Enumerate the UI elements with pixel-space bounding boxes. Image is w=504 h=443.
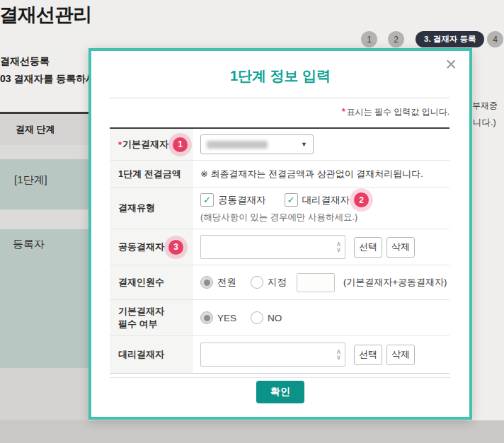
bg-row-step1: [1단계] [14, 173, 47, 187]
absence-legend-label: 부재중 [472, 100, 498, 112]
row-required-yn: 기본결재자 필수 여부 YES NO [110, 300, 449, 336]
spinner-icons[interactable]: ∧∨ [336, 349, 341, 360]
count-all-label: 전원 [217, 276, 236, 289]
amount-label: 1단계 전결금액 [110, 161, 193, 187]
count-custom-label: 지정 [268, 276, 287, 289]
row-approval-type: 결재유형 ✓ 공동결재자 ✓ 대리결재자 2 (해당사항이 있는 경우에만 사용… [110, 188, 449, 229]
guide-badge-1: 1 [173, 137, 188, 152]
step1-info-modal: × 1단계 정보 입력 *표시는 필수 입력값 입니다. * 기본결재자 1 ▼ [88, 48, 472, 420]
confirm-button[interactable]: 확인 [256, 381, 304, 403]
approval-type-label: 결재유형 [110, 188, 193, 229]
required-no-label: NO [268, 313, 282, 323]
check-icon: ✓ [287, 195, 295, 205]
required-yes-label: YES [217, 313, 236, 323]
count-all-radio[interactable] [200, 276, 213, 289]
row-proxy-approver: 대리결재자 ∧∨ 선택 삭제 [110, 336, 449, 374]
modal-form-table: * 기본결재자 1 ▼ 1단계 전결금액 ※ 최종결재자는 전결금액과 상관없이… [110, 127, 449, 374]
proxy-approver-checkbox-label: 대리결재자 [302, 194, 350, 207]
required-no-radio[interactable] [251, 311, 263, 324]
page: 결재선관리 1 2 3. 결재자 등록 4 결재선등록 03 결재자를 등록하세… [0, 0, 504, 443]
page-bottom-area [0, 420, 504, 443]
proxy-approver-label: 대리결재자 [110, 336, 193, 373]
caret-down-icon: ▼ [301, 141, 307, 148]
guide-badge-2: 2 [354, 192, 369, 207]
bg-table-left: 결재 단계 [1단계] 등록자 [0, 0, 88, 443]
basic-approver-label: 기본결재자 [122, 138, 168, 151]
required-yn-label-line1: 기본결재자 [118, 306, 164, 316]
bg-table-right [472, 0, 504, 443]
row-approver-count: 결재인원수 전원 지정 (기본결재자+공동결재자) [110, 265, 449, 300]
basic-approver-select[interactable]: ▼ [200, 134, 314, 154]
co-approver-checkbox-label: 공동결재자 [218, 194, 266, 207]
count-custom-radio[interactable] [251, 276, 263, 289]
approver-count-label: 결재인원수 [110, 265, 193, 299]
required-yes-radio[interactable] [200, 311, 213, 324]
co-approver-input[interactable] [200, 235, 345, 259]
footer-divider [110, 377, 451, 378]
row-amount: 1단계 전결금액 ※ 최종결재자는 전결금액과 상관없이 결재처리됩니다. [110, 161, 449, 188]
row-co-approver: 공동결재자 3 ∧∨ 선택 삭제 [110, 229, 449, 265]
proxy-delete-button[interactable]: 삭제 [386, 345, 415, 365]
amount-note: ※ 최종결재자는 전결금액과 상관없이 결재처리됩니다. [200, 168, 423, 180]
required-note: *표시는 필수 입력값 입니다. [110, 106, 449, 118]
co-approver-checkbox[interactable]: ✓ [200, 193, 214, 207]
co-approver-label: 공동결재자 [118, 241, 164, 253]
co-approver-delete-button[interactable]: 삭제 [386, 237, 415, 258]
row-basic-approver: * 기본결재자 1 ▼ [110, 129, 449, 161]
bg-note-fragment: 니다.) [473, 117, 496, 129]
approval-type-hint: (해당사항이 있는 경우에만 사용하세요.) [200, 212, 357, 224]
required-star: * [342, 107, 345, 117]
bg-table-header: 결재 단계 [16, 123, 55, 136]
spinner-down-icon: ∨ [336, 247, 341, 253]
spinner-icons[interactable]: ∧∨ [336, 241, 341, 253]
proxy-select-button[interactable]: 선택 [354, 345, 382, 365]
bg-row-registrant: 등록자 [13, 238, 45, 251]
modal-title: 1단계 정보 입력 [91, 67, 469, 86]
step-1[interactable]: 1 [361, 31, 377, 47]
co-approver-select-button[interactable]: 선택 [354, 237, 382, 258]
step-2[interactable]: 2 [388, 31, 404, 47]
count-hint: (기본결재자+공동결재자) [343, 276, 447, 289]
guide-badge-3: 3 [168, 240, 183, 255]
spinner-down-icon: ∨ [336, 355, 341, 360]
title-divider [110, 98, 449, 98]
proxy-approver-checkbox[interactable]: ✓ [285, 193, 298, 207]
count-input[interactable] [297, 273, 335, 292]
redacted-value [207, 141, 268, 149]
required-yn-label-line2: 필수 여부 [118, 318, 158, 329]
proxy-approver-input[interactable] [200, 343, 345, 367]
check-icon: ✓ [203, 195, 211, 205]
